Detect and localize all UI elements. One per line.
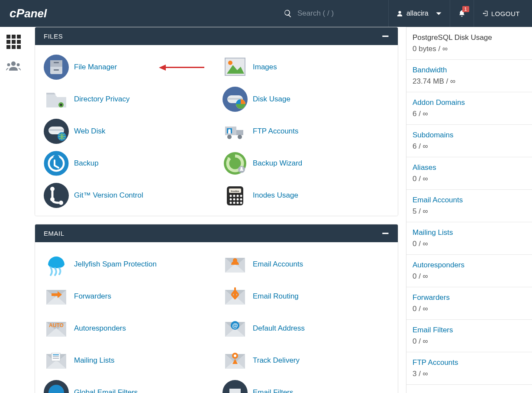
stat-name: Email Filters — [413, 326, 526, 335]
stat-name: Mailing Lists — [413, 228, 526, 237]
stat-item[interactable]: Autoresponders0 / ∞ — [406, 255, 532, 287]
web-disk-icon — [44, 119, 69, 144]
stat-name: Forwarders — [413, 293, 526, 302]
tool-label: Email Filters — [253, 388, 293, 393]
tool-default-address[interactable]: Default Address — [216, 312, 395, 344]
stat-value: 6 / ∞ — [413, 110, 526, 118]
stat-name: FTP Accounts — [413, 358, 526, 367]
stat-value: 0 bytes / ∞ — [413, 45, 526, 53]
tool-label: Email Routing — [253, 292, 299, 301]
stat-value: 0 / ∞ — [413, 272, 526, 281]
stat-item[interactable]: Bandwidth23.74 MB / ∞ — [406, 60, 532, 92]
stat-item[interactable]: FTP Accounts3 / ∞ — [406, 352, 532, 385]
tool-forwarders[interactable]: Forwarders — [38, 280, 216, 312]
svg-point-66 — [11, 62, 16, 66]
stat-name: Subdomains — [413, 131, 526, 140]
stat-item[interactable]: Email Filters0 / ∞ — [406, 320, 532, 352]
tool-mailing-lists[interactable]: Mailing Lists — [38, 344, 216, 377]
search-icon — [284, 9, 292, 18]
stat-name: PostgreSQL Disk Usage — [413, 33, 526, 42]
username: allacira — [406, 10, 429, 17]
annotation-arrow — [159, 65, 204, 70]
users-icon — [6, 59, 21, 72]
email-routing-icon — [222, 284, 248, 309]
stat-value: 6 / ∞ — [413, 142, 526, 151]
panel-header[interactable]: EMAIL− — [35, 224, 398, 242]
tool-disk-usage[interactable]: Disk Usage — [216, 83, 395, 115]
mailing-lists-icon — [44, 348, 69, 373]
stat-item[interactable]: Forwarders0 / ∞ — [406, 287, 532, 320]
svg-point-68 — [17, 63, 20, 66]
stat-value: 0 / ∞ — [413, 240, 526, 248]
caret-down-icon — [435, 10, 442, 17]
stat-item[interactable]: Email Accounts5 / ∞ — [406, 190, 532, 222]
tool-label: Autoresponders — [74, 324, 126, 333]
jellyfish-icon — [44, 252, 69, 277]
email-filters-icon — [222, 380, 248, 393]
panel-header[interactable]: FILES− — [35, 27, 398, 45]
stat-item[interactable]: Aliases0 / ∞ — [406, 157, 532, 190]
panel-title: EMAIL — [44, 230, 382, 237]
tool-jellyfish[interactable]: Jellyfish Spam Protection — [38, 248, 216, 280]
logout-button[interactable]: LOGOUT — [474, 0, 524, 27]
tool-email-filters[interactable]: Email Filters — [216, 377, 395, 393]
tool-label: Default Address — [253, 324, 305, 333]
track-delivery-icon — [222, 348, 248, 373]
stats-column: PostgreSQL Disk Usage0 bytes / ∞Bandwidt… — [406, 27, 532, 393]
default-address-icon — [222, 316, 248, 341]
email-accounts-icon — [222, 252, 248, 277]
tool-label: File Manager — [74, 63, 117, 71]
tool-backup[interactable]: Backup — [38, 147, 216, 179]
tool-backup-wizard[interactable]: Backup Wizard — [216, 147, 395, 179]
tool-label: Forwarders — [74, 292, 111, 301]
tool-label: Email Accounts — [253, 260, 303, 269]
tool-global-filters[interactable]: Global Email Filters — [38, 377, 216, 393]
topbar: cPanel allacira 1 LOGOUT — [0, 0, 532, 27]
forwarders-icon — [44, 284, 69, 309]
tool-inodes[interactable]: Inodes Usage — [216, 179, 395, 211]
tool-email-accounts[interactable]: Email Accounts — [216, 248, 395, 280]
collapse-icon: − — [382, 34, 389, 39]
stat-value: 5 / ∞ — [413, 207, 526, 216]
tool-images[interactable]: Images — [216, 51, 395, 83]
stat-name: Bandwidth — [413, 66, 526, 75]
logout-icon — [482, 10, 489, 17]
tool-web-disk[interactable]: Web Disk — [38, 115, 216, 147]
git-icon — [44, 183, 69, 208]
stat-value: 0 / ∞ — [413, 305, 526, 313]
user-menu[interactable]: allacira — [389, 0, 450, 27]
tool-dir-privacy[interactable]: Directory Privacy — [38, 83, 216, 115]
svg-point-67 — [7, 63, 10, 66]
stat-value: 3 / ∞ — [413, 370, 526, 378]
search-input[interactable] — [297, 9, 358, 18]
collapse-icon: − — [382, 231, 389, 236]
tool-label: FTP Accounts — [253, 127, 299, 136]
stat-item[interactable]: Mailing Lists0 / ∞ — [406, 222, 532, 255]
inodes-icon — [222, 183, 248, 208]
sidenav-users[interactable] — [6, 59, 21, 74]
stat-value: 0 / ∞ — [413, 337, 526, 346]
tool-git[interactable]: Git™ Version Control — [38, 179, 216, 211]
search[interactable] — [284, 9, 358, 18]
logo[interactable]: cPanel — [10, 6, 47, 20]
tool-email-routing[interactable]: Email Routing — [216, 280, 395, 312]
user-icon — [397, 10, 403, 17]
sidenav-apps[interactable] — [6, 35, 21, 49]
tool-autoresponders[interactable]: Autoresponders — [38, 312, 216, 344]
tool-label: Images — [253, 63, 277, 71]
tool-label: Jellyfish Spam Protection — [74, 260, 157, 269]
backup-icon — [44, 151, 69, 176]
panel-files: FILES−File ManagerImagesDirectory Privac… — [35, 27, 398, 216]
images-icon — [222, 55, 248, 80]
stat-item[interactable]: Addon Domains6 / ∞ — [406, 92, 532, 125]
tool-ftp[interactable]: FTP Accounts — [216, 115, 395, 147]
notifications[interactable]: 1 — [450, 0, 474, 27]
tool-label: Track Delivery — [253, 356, 300, 365]
disk-usage-icon — [222, 87, 248, 112]
notification-badge: 1 — [462, 6, 469, 12]
tool-track-delivery[interactable]: Track Delivery — [216, 344, 395, 377]
tool-label: Git™ Version Control — [74, 191, 143, 200]
panel-title: FILES — [44, 32, 382, 40]
tool-file-manager[interactable]: File Manager — [38, 51, 216, 83]
stat-item[interactable]: Subdomains6 / ∞ — [406, 125, 532, 157]
